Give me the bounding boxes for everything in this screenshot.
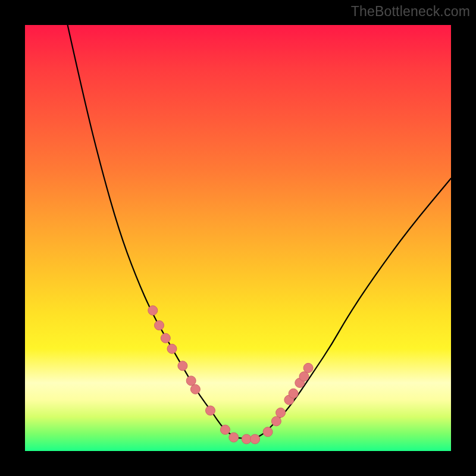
highlight-marker xyxy=(250,434,260,444)
plot-area xyxy=(25,25,451,451)
highlight-marker xyxy=(221,425,230,434)
highlight-marker xyxy=(206,406,215,415)
highlight-marker xyxy=(161,333,170,343)
highlight-marker xyxy=(242,434,251,444)
highlight-marker xyxy=(190,384,200,394)
chart-frame: TheBottleneck.com xyxy=(0,0,476,476)
highlight-marker xyxy=(276,408,286,418)
highlight-marker xyxy=(289,389,298,398)
highlight-marker xyxy=(263,427,273,437)
highlight-marker xyxy=(178,361,187,371)
highlight-marker xyxy=(303,363,313,372)
highlight-marker xyxy=(186,376,196,386)
highlight-marker xyxy=(299,372,309,381)
marker-group xyxy=(148,306,313,444)
highlight-marker xyxy=(271,416,281,426)
highlight-marker xyxy=(155,321,164,330)
curve-svg xyxy=(25,25,451,451)
highlight-marker xyxy=(148,306,158,315)
watermark-text: TheBottleneck.com xyxy=(351,4,470,20)
highlight-marker xyxy=(229,433,239,442)
bottleneck-curve xyxy=(68,25,451,439)
highlight-marker xyxy=(167,344,177,353)
